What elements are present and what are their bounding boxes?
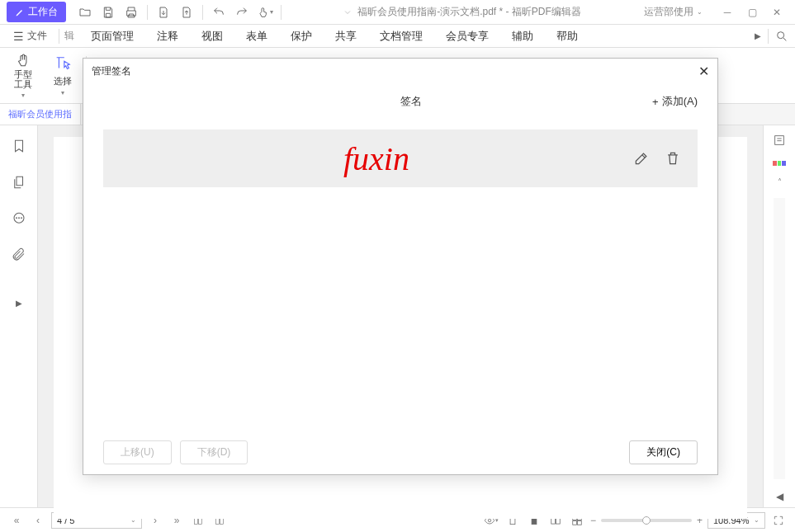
edit-signature-button[interactable]	[633, 150, 650, 167]
document-tab-label: 福昕会员使用指	[8, 108, 72, 120]
dialog-body: fuxin	[83, 120, 717, 430]
menu-assist[interactable]: 辅助	[512, 29, 533, 44]
svg-rect-17	[573, 520, 577, 525]
add-signature-button[interactable]: + 添加(A)	[652, 94, 698, 109]
redo-button[interactable]	[231, 2, 253, 23]
menu-help[interactable]: 帮助	[556, 29, 578, 44]
window-controls: ─ ▢ ✕	[716, 2, 788, 23]
delete-signature-button[interactable]	[665, 150, 681, 167]
touch-button[interactable]: ▾	[254, 2, 276, 23]
file-menu-label: 文件	[27, 29, 47, 43]
chevron-down-icon: ▾	[61, 89, 64, 97]
scroll-up-button[interactable]: ˄	[778, 177, 782, 186]
print-icon	[125, 6, 138, 19]
select-icon	[54, 55, 72, 73]
hand-tool-button[interactable]: 手型 工具 ▾	[7, 53, 40, 99]
open-button[interactable]	[74, 2, 96, 23]
user-dropdown[interactable]: 运营部使用 ⌄	[639, 3, 707, 21]
document-title-text: 福昕会员使用指南-演示文档.pdf * - 福昕PDF编辑器	[357, 5, 581, 19]
svg-rect-5	[775, 136, 784, 145]
svg-point-0	[778, 31, 784, 38]
format-panel-button[interactable]	[773, 134, 786, 149]
chat-icon	[12, 211, 26, 226]
print-button[interactable]	[121, 2, 142, 23]
signature-actions	[633, 150, 681, 167]
menu-doc-manage[interactable]: 文档管理	[380, 29, 423, 44]
manage-signatures-dialog: 管理签名 ✕ 签名 + 添加(A) fuxin 上移(U) 下移(D) 关闭(C…	[83, 58, 718, 475]
search-icon[interactable]	[775, 30, 788, 43]
select-tool-label: 选择	[54, 75, 72, 87]
prev-page-button[interactable]: ‹	[30, 512, 46, 529]
minimize-button[interactable]: ─	[716, 2, 739, 23]
svg-point-2	[16, 218, 17, 219]
chevron-down-icon: ▾	[21, 92, 25, 99]
save-button[interactable]	[97, 2, 119, 23]
expand-sidebar-button[interactable]: ▶	[16, 299, 22, 308]
zoom-slider[interactable]	[601, 519, 692, 522]
workspace-button[interactable]: 工作台	[7, 2, 66, 22]
first-page-button[interactable]: «	[8, 512, 25, 529]
title-bar: 工作台 ▾ 福昕会员使用指南-演示文档.pdf * - 福昕PDF编辑器 运营部…	[0, 0, 795, 25]
menu-view[interactable]: 视图	[201, 29, 223, 44]
user-label: 运营部使用	[644, 5, 693, 19]
menu-form[interactable]: 表单	[246, 29, 267, 44]
document-title: 福昕会员使用指南-演示文档.pdf * - 福昕PDF编辑器	[285, 5, 639, 19]
dialog-header-label: 签名	[169, 94, 652, 109]
overflow-right-icon[interactable]: ▶	[755, 31, 761, 40]
redo-icon	[235, 6, 248, 19]
dialog-header: 签名 + 添加(A)	[83, 83, 717, 120]
select-tool-button[interactable]: 选择 ▾	[46, 53, 79, 99]
close-window-button[interactable]: ✕	[765, 2, 788, 23]
menu-protect[interactable]: 保护	[291, 29, 312, 44]
left-sidebar: ▶	[0, 125, 38, 507]
document-tab[interactable]: 福昕会员使用指	[0, 104, 81, 125]
close-dialog-button[interactable]: 关闭(C)	[629, 440, 698, 464]
menu-member[interactable]: 会员专享	[446, 29, 489, 44]
dialog-footer: 上移(U) 下移(D) 关闭(C)	[83, 430, 717, 474]
hamburger-icon: ☰	[13, 30, 24, 43]
attachments-panel-button[interactable]	[10, 246, 28, 264]
dialog-titlebar[interactable]: 管理签名 ✕	[83, 59, 717, 83]
collapse-right-button[interactable]: ◀	[776, 491, 783, 502]
bookmark-icon	[12, 139, 26, 153]
chevron-down-icon: ⌄	[697, 8, 703, 16]
undo-button[interactable]	[208, 2, 230, 23]
svg-point-3	[18, 218, 19, 219]
bookmark-panel-button[interactable]	[10, 137, 28, 155]
chevron-down-icon	[343, 7, 353, 17]
plus-icon: +	[652, 96, 659, 108]
signature-row[interactable]: fuxin	[103, 129, 698, 187]
import-button[interactable]	[176, 2, 197, 23]
quick-access-toolbar: ▾	[74, 2, 285, 23]
export-icon	[157, 6, 170, 19]
move-down-button[interactable]: 下移(D)	[180, 440, 248, 464]
fullscreen-icon	[773, 515, 784, 526]
user-area: 运营部使用 ⌄	[639, 3, 707, 21]
menu-annotate[interactable]: 注释	[157, 29, 178, 44]
vertical-scrollbar[interactable]	[774, 198, 785, 479]
maximize-button[interactable]: ▢	[741, 2, 764, 23]
menu-items: 页面管理 注释 视图 表单 保护 共享 文档管理 会员专享 辅助 帮助	[91, 29, 755, 44]
menu-share[interactable]: 共享	[335, 29, 357, 44]
format-icon	[773, 134, 786, 147]
pages-panel-button[interactable]	[10, 173, 28, 191]
comments-panel-button[interactable]	[10, 210, 28, 228]
dialog-close-button[interactable]: ✕	[698, 64, 709, 79]
file-menu[interactable]: ☰ 文件	[7, 26, 54, 46]
fullscreen-button[interactable]	[770, 512, 787, 529]
pages-icon	[12, 175, 26, 190]
move-up-button[interactable]: 上移(U)	[103, 440, 172, 464]
signature-preview: fuxin	[120, 139, 633, 178]
svg-rect-18	[578, 520, 582, 525]
right-sidebar: ˄ ◀	[764, 125, 795, 507]
hand-tool-label: 手型 工具	[14, 69, 32, 89]
color-strip-icon[interactable]	[773, 161, 786, 166]
pen-icon	[15, 7, 25, 17]
export-button[interactable]	[153, 2, 174, 23]
zoom-knob[interactable]	[642, 516, 651, 525]
add-signature-label: 添加(A)	[662, 94, 698, 109]
hand-icon	[14, 53, 32, 68]
menu-page-management[interactable]: 页面管理	[91, 29, 134, 44]
menu-tail: ▶	[755, 29, 788, 44]
dialog-title: 管理签名	[92, 64, 131, 78]
